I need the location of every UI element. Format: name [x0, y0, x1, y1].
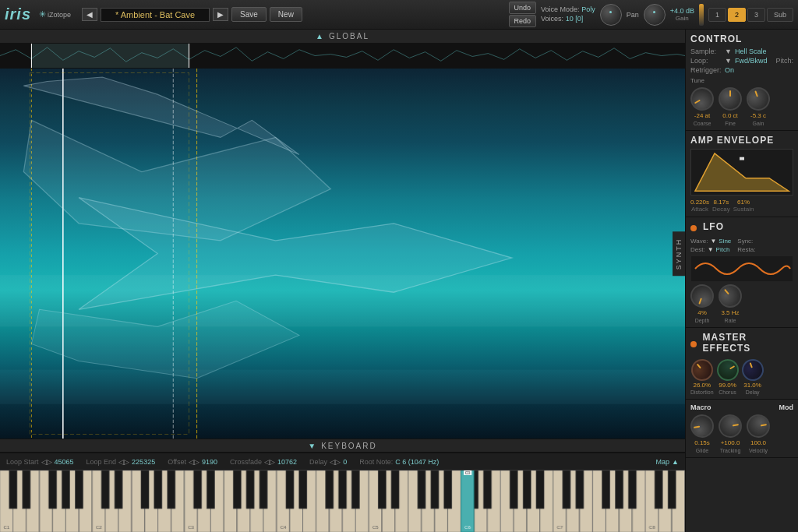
decay-display[interactable]: 8.17s Decay: [712, 199, 730, 213]
root-note-display: Root Note: C 6 (1047 Hz): [359, 458, 439, 466]
fine-knob[interactable]: [719, 87, 742, 111]
macro-section: Macro Mod 0.15s Glide +100.0 Tracking 10…: [686, 400, 798, 458]
loop-start-display[interactable]: Loop Start ◁▷ 45065: [6, 458, 74, 466]
keyboard-label: KEYBOARD: [321, 442, 377, 450]
velocity-item: 100.0 Velocity: [747, 414, 770, 453]
map-button[interactable]: Map ▲: [656, 458, 679, 466]
save-button[interactable]: Save: [231, 7, 267, 22]
lfo-restart-row: Resta:: [737, 246, 755, 253]
attack-display[interactable]: 0.220s Attack: [690, 199, 709, 213]
redo-button[interactable]: Redo: [509, 15, 537, 27]
svg-rect-13: [0, 275, 685, 326]
preset-prev-button[interactable]: ◀: [82, 8, 97, 21]
gain-knob-item: -5.3 c Gain: [747, 87, 770, 126]
lfo-dest-row: Dest: ▼ Pitch: [690, 246, 731, 253]
crossfade-display[interactable]: Crossfade ◁▷ 10762: [230, 458, 297, 466]
sustain-display[interactable]: 61% Sustain: [733, 199, 754, 213]
delay-item: 31.0% Delay: [742, 359, 764, 395]
spectrogram-area[interactable]: SYNTH: [0, 69, 685, 439]
top-bar: iris ✳ iZotope ◀ * Ambient - Bat Cave ▶ …: [0, 0, 798, 30]
pan-knob[interactable]: [644, 4, 666, 26]
master-effects-section: MASTER EFFECTS 26.0% Distortion 99.0% Ch…: [686, 328, 798, 400]
glide-knob[interactable]: [689, 413, 716, 440]
piano-keyboard[interactable]: [0, 470, 685, 532]
center-area: ▲ GLOBAL: [0, 30, 685, 532]
gain-slider[interactable]: [699, 4, 704, 26]
offset-display[interactable]: Offset ◁▷ 9190: [168, 458, 217, 466]
coarse-knob[interactable]: [687, 83, 719, 115]
velocity-knob[interactable]: [745, 413, 772, 440]
tab-1[interactable]: 1: [708, 8, 726, 22]
delay-knob[interactable]: [739, 356, 767, 384]
lfo-rate-item: 3.5 Hz Rate: [719, 284, 742, 323]
status-bar: Loop Start ◁▷ 45065 Loop End ◁▷ 225325 O…: [0, 453, 685, 470]
chorus-item: 99.0% Chorus: [717, 359, 739, 395]
mod-title: Mod: [779, 403, 794, 411]
voice-mode-display: Voice Mode: Poly Voices: 10 [0]: [541, 5, 595, 23]
synth-label: SYNTH: [673, 231, 685, 276]
new-button[interactable]: New: [270, 7, 302, 22]
distortion-item: 26.0% Distortion: [690, 359, 714, 395]
master-effects-title: MASTER EFFECTS: [703, 332, 793, 354]
lfo-rate-knob[interactable]: [714, 280, 747, 312]
tab-3[interactable]: 3: [747, 8, 765, 22]
lfo-depth-item: 4% Depth: [690, 284, 714, 323]
keyboard-bar[interactable]: ▼ KEYBOARD: [0, 439, 685, 453]
coarse-knob-item: -24 at Coarse: [690, 87, 714, 126]
main-layout: ▲ GLOBAL: [0, 30, 798, 532]
amp-envelope-section: AMP ENVELOPE 0.220s Attack 8: [686, 131, 798, 217]
svg-rect-17: [740, 157, 744, 160]
lfo-power-icon[interactable]: [690, 225, 697, 231]
control-section: CONTROL Sample: ▼ Hell Scale Loop: ▼ Fwd…: [686, 30, 798, 131]
lfo-section: LFO Wave: ▼ Sine Dest: ▼ Pitch: [686, 217, 798, 328]
global-bar[interactable]: ▲ GLOBAL: [0, 30, 685, 44]
preset-next-button[interactable]: ▶: [213, 8, 228, 21]
svg-rect-14: [0, 370, 685, 404]
master-knob[interactable]: [600, 4, 622, 26]
global-arrow: ▲: [316, 32, 325, 41]
effects-power-icon[interactable]: [690, 341, 697, 347]
fine-knob-item: 0.0 ct Fine: [719, 87, 742, 126]
tab-2[interactable]: 2: [728, 8, 746, 22]
undo-button[interactable]: Undo: [509, 2, 537, 14]
loop-end-display[interactable]: Loop End ◁▷ 225325: [87, 458, 156, 466]
tab-sub[interactable]: Sub: [767, 8, 793, 22]
lfo-sync-row: Sync:: [737, 238, 755, 245]
preset-name[interactable]: * Ambient - Bat Cave: [101, 8, 210, 22]
waveform-bar[interactable]: [0, 44, 685, 69]
effects-knobs: 26.0% Distortion 99.0% Chorus 31.0% Dela…: [690, 359, 793, 395]
macro-title: Macro: [690, 403, 711, 411]
tabs-area: 1 2 3 Sub: [708, 8, 793, 22]
brand-logo: ✳ iZotope: [39, 9, 71, 19]
env-values: 0.220s Attack 8.17s Decay 61% Sustain: [690, 199, 793, 213]
loop-row: Loop: ▼ Fwd/Bkwd Pitch:: [690, 57, 793, 65]
brand-name: iZotope: [48, 11, 71, 19]
amp-envelope-title: AMP ENVELOPE: [690, 135, 793, 146]
control-title: CONTROL: [690, 33, 793, 44]
chorus-knob[interactable]: [712, 355, 742, 385]
tune-knobs: -24 at Coarse 0.0 ct Fine -5.3 c Gain: [690, 87, 793, 126]
lfo-depth-knob[interactable]: [687, 281, 717, 311]
lfo-knobs: 4% Depth 3.5 Hz Rate: [690, 284, 793, 323]
retrigger-row: Retrigger: On: [690, 66, 793, 74]
envelope-display: [690, 149, 793, 196]
lfo-title: LFO: [703, 221, 724, 232]
sample-row: Sample: ▼ Hell Scale: [690, 48, 793, 55]
distortion-knob[interactable]: [687, 354, 717, 385]
lfo-wave-row: Wave: ▼ Sine: [690, 238, 731, 245]
tune-label: Tune: [690, 77, 793, 84]
glide-item: 0.15s Glide: [690, 414, 714, 453]
tracking-knob[interactable]: [717, 413, 744, 440]
macro-knobs: 0.15s Glide +100.0 Tracking 100.0 Veloci…: [690, 414, 793, 453]
pan-label: Pan: [627, 11, 639, 19]
keyboard-arrow: ▼: [308, 442, 317, 450]
svg-rect-18: [691, 256, 793, 281]
gain-ctrl-knob[interactable]: [743, 84, 773, 114]
svg-rect-1: [31, 44, 189, 68]
macro-row: Macro Mod: [690, 403, 793, 411]
lfo-wave-display: [690, 256, 793, 281]
app-logo: iris: [5, 5, 31, 23]
gain-display: +4.0 dB Gain: [670, 7, 694, 22]
delay-display[interactable]: Delay ◁▷ 0: [309, 458, 347, 466]
tracking-item: +100.0 Tracking: [719, 414, 742, 453]
